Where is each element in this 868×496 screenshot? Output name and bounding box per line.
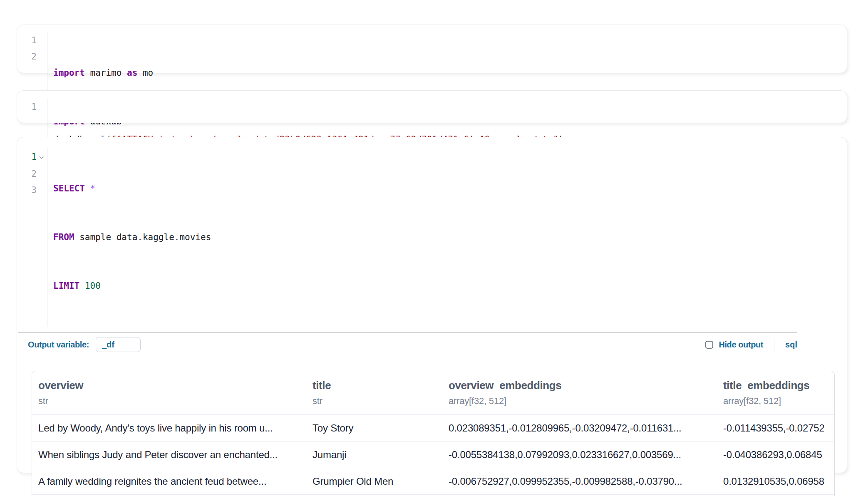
- cell-title-embeddings: -0.011439355,-0.02752: [717, 422, 834, 434]
- token: import: [53, 68, 85, 78]
- column-header-title[interactable]: title str: [306, 379, 442, 414]
- token: *: [90, 184, 96, 193]
- line-number: 1: [17, 32, 47, 49]
- divider: [774, 338, 774, 351]
- column-header-overview-embeddings[interactable]: overview_embeddings array[f32, 512]: [442, 379, 717, 414]
- column-type: str: [312, 396, 442, 407]
- code-line: FROM sample_data.kaggle.movies: [53, 229, 211, 246]
- line-number-gutter: 1 2 3: [17, 148, 47, 327]
- column-header-title-embeddings[interactable]: title_embeddings array[f32, 512]: [717, 379, 834, 414]
- hide-output-label: Hide output: [719, 340, 763, 350]
- table-row: A family wedding reignites the ancient f…: [32, 468, 834, 494]
- hide-output-checkbox[interactable]: [705, 341, 713, 349]
- column-name: overview_embeddings: [449, 379, 717, 392]
- column-name: overview: [38, 379, 306, 392]
- column-name: title: [312, 379, 442, 392]
- column-name: title_embeddings: [723, 379, 834, 392]
- token: mo: [137, 68, 153, 78]
- cell-title: Toy Story: [306, 422, 442, 434]
- line-number: 3: [17, 182, 47, 198]
- cell-overview-embeddings: -0.0055384138,0.07992093,0.023316627,0.0…: [442, 449, 717, 461]
- token: sample_data.kaggle.movies: [74, 232, 211, 242]
- line-number: 1: [17, 99, 47, 115]
- token: as: [127, 68, 137, 78]
- column-header-overview[interactable]: overview str: [32, 379, 306, 414]
- code-content[interactable]: SELECT * FROM sample_data.kaggle.movies …: [47, 148, 211, 327]
- line-number: 2: [17, 49, 47, 65]
- column-type: array[f32, 512]: [449, 396, 717, 407]
- result-table: overview str title str overview_embeddin…: [32, 371, 835, 496]
- token: SELECT: [53, 184, 85, 193]
- marimo-notebook: 1 2 import marimo as mo import duckdb 1 …: [0, 0, 868, 496]
- cell-overview: A family wedding reignites the ancient f…: [32, 476, 306, 487]
- token: [79, 281, 85, 291]
- column-type: array[f32, 512]: [723, 396, 834, 407]
- cell-overview-embeddings: 0.023089351,-0.012809965,-0.03209472,-0.…: [442, 422, 717, 434]
- cell-title: Jumanji: [306, 449, 442, 461]
- token: FROM: [53, 232, 74, 242]
- cell-overview: When siblings Judy and Peter discover an…: [32, 449, 306, 461]
- table-row: Led by Woody, Andy's toys live happily i…: [32, 414, 834, 441]
- line-number: 1: [17, 148, 47, 166]
- sql-options-bar: Output variable: Hide output sql: [17, 333, 847, 356]
- token: 100: [85, 281, 101, 291]
- line-number: 2: [17, 166, 47, 182]
- output-variable-input[interactable]: [96, 337, 141, 352]
- cell-title-embeddings: 0.0132910535,0.06958: [717, 476, 834, 487]
- code-cell-attach: 1 duckdb.sql(f"ATTACH 'md:_share/sample_…: [17, 90, 847, 123]
- cell-overview-embeddings: -0.006752927,0.099952355,-0.009982588,-0…: [442, 476, 717, 487]
- cell-title: Grumpier Old Men: [306, 476, 442, 487]
- chevron-down-icon[interactable]: [38, 150, 45, 166]
- column-type: str: [38, 396, 306, 407]
- table-row: Cheated on, mistreated and stepped on, t…: [32, 494, 834, 496]
- token: LIMIT: [53, 281, 79, 291]
- sql-cell: 1 2 3 SELECT * FROM sample_data.kaggle.m…: [17, 137, 847, 473]
- code-line: LIMIT 100: [53, 278, 211, 294]
- token: marimo: [85, 68, 127, 78]
- language-badge[interactable]: sql: [785, 340, 797, 350]
- line-number-text: 1: [31, 149, 37, 165]
- table-row: When siblings Judy and Peter discover an…: [32, 441, 834, 468]
- code-cell-imports: 1 2 import marimo as mo import duckdb: [17, 25, 847, 73]
- code-line: SELECT *: [53, 181, 211, 197]
- token: [85, 184, 90, 193]
- table-header-row: overview str title str overview_embeddin…: [32, 371, 834, 414]
- code-line: import marimo as mo: [53, 65, 153, 81]
- code-editor: 1 2 3 SELECT * FROM sample_data.kaggle.m…: [17, 148, 847, 327]
- cell-overview: Led by Woody, Andy's toys live happily i…: [32, 422, 306, 434]
- output-variable-label: Output variable:: [28, 340, 89, 350]
- cell-title-embeddings: -0.040386293,0.06845: [717, 449, 834, 461]
